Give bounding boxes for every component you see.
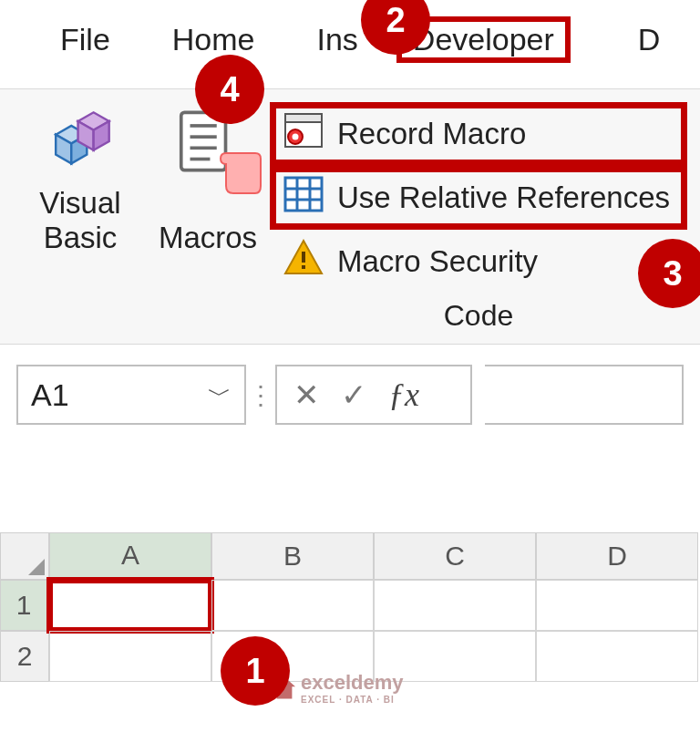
- formula-bar: A1 ﹀ ⋮ ✕ ✓ ƒx: [16, 365, 684, 425]
- svg-rect-14: [302, 252, 305, 263]
- col-header-D[interactable]: D: [536, 532, 698, 580]
- table-grid-icon: [283, 173, 324, 222]
- row-header-2[interactable]: 2: [0, 631, 49, 682]
- tab-next-truncated[interactable]: D: [625, 18, 674, 61]
- scroll-overlay-icon: [219, 146, 262, 201]
- callout-1: 1: [222, 638, 288, 704]
- visual-basic-button[interactable]: Visual Basic: [20, 102, 140, 335]
- formula-bar-drag-handle[interactable]: ⋮: [246, 365, 275, 425]
- watermark: exceldemy EXCEL · DATA · BI: [273, 671, 404, 705]
- worksheet-grid: A B C D 1 2: [0, 532, 700, 682]
- callout-4: 4: [197, 57, 262, 122]
- macros-label: Macros: [159, 221, 257, 255]
- fx-icon[interactable]: ƒx: [388, 376, 419, 414]
- col-header-B[interactable]: B: [211, 532, 374, 580]
- svg-point-8: [293, 134, 299, 140]
- row-header-1[interactable]: 1: [0, 580, 49, 631]
- ribbon-group-label: Code: [275, 290, 682, 335]
- tab-home[interactable]: Home: [160, 18, 268, 61]
- formula-controls: ✕ ✓ ƒx: [275, 365, 472, 425]
- record-macro-label: Record Macro: [337, 117, 526, 151]
- formula-input[interactable]: [485, 365, 684, 425]
- name-box[interactable]: A1 ﹀: [16, 365, 246, 425]
- visual-basic-label: Visual Basic: [39, 186, 120, 255]
- record-macro-icon: [283, 109, 324, 159]
- svg-rect-15: [302, 265, 305, 269]
- row-1: 1: [0, 580, 700, 631]
- tab-insert[interactable]: Ins: [304, 18, 371, 61]
- cell-D2[interactable]: [536, 631, 698, 682]
- use-relative-references-button[interactable]: Use Relative References: [275, 170, 682, 226]
- cancel-icon[interactable]: ✕: [293, 376, 319, 413]
- code-small-commands: Record Macro Use Relative References: [275, 102, 682, 290]
- cell-A1[interactable]: [49, 580, 211, 631]
- enter-icon[interactable]: ✓: [341, 376, 366, 413]
- cell-D1[interactable]: [536, 580, 698, 631]
- cell-B1[interactable]: [211, 580, 374, 631]
- ribbon-code-group: Visual Basic Macros 4: [0, 88, 700, 345]
- macro-security-button[interactable]: Macro Security 3: [275, 233, 682, 290]
- ribbon-tabs: File Home Ins Developer D 2: [0, 0, 700, 88]
- svg-rect-6: [285, 114, 322, 122]
- column-header-row: A B C D: [0, 532, 700, 580]
- watermark-brand: exceldemy: [301, 671, 404, 694]
- select-all-corner[interactable]: [0, 532, 49, 580]
- use-relative-references-label: Use Relative References: [337, 180, 670, 215]
- watermark-tag: EXCEL · DATA · BI: [301, 695, 404, 705]
- record-macro-button[interactable]: Record Macro: [275, 106, 682, 162]
- tab-file[interactable]: File: [47, 18, 123, 61]
- macro-security-label: Macro Security: [337, 244, 538, 279]
- col-header-A[interactable]: A: [49, 532, 211, 580]
- visual-basic-icon: [45, 106, 116, 180]
- chevron-down-icon[interactable]: ﹀: [208, 379, 232, 411]
- name-box-value: A1: [31, 377, 69, 413]
- col-header-C[interactable]: C: [374, 532, 536, 580]
- warning-icon: [283, 237, 324, 286]
- callout-3: 3: [640, 241, 700, 306]
- cell-C1[interactable]: [374, 580, 536, 631]
- cell-A2[interactable]: [49, 631, 211, 682]
- macros-button[interactable]: Macros 4: [140, 102, 275, 335]
- svg-rect-9: [285, 178, 322, 211]
